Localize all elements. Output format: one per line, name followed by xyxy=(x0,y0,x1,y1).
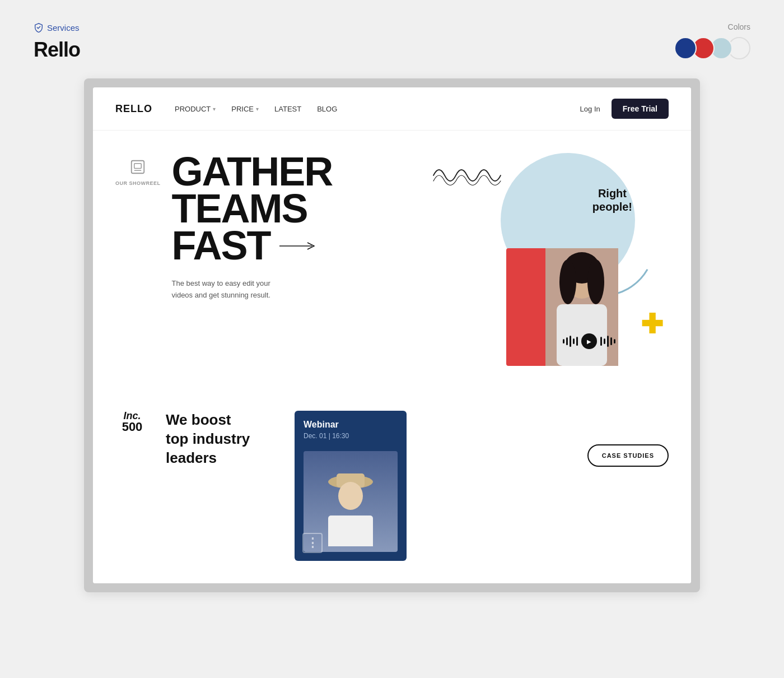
svg-point-9 xyxy=(559,259,576,304)
inc-500: 500 xyxy=(122,421,143,433)
site-logo: RELLO xyxy=(115,103,152,115)
scribble-icon xyxy=(431,159,503,192)
browser-inner: RELLO PRODUCT ▾ PRICE ▾ LATEST BLOG Log xyxy=(93,87,691,583)
hero-heading: GATHER TEAMS FAST xyxy=(172,153,420,264)
nav-link-price[interactable]: PRICE ▾ xyxy=(231,105,259,113)
right-people-text: Rightpeople! xyxy=(592,187,632,213)
wave-bar xyxy=(573,338,575,344)
colors-label: Colors xyxy=(728,22,750,31)
swatch-blue[interactable] xyxy=(674,37,697,59)
nav-actions: Log In Free Trial xyxy=(580,99,669,119)
svg-rect-1 xyxy=(134,164,142,169)
showreel-col: OUR SHOWREEL xyxy=(115,153,161,366)
showreel-text: OUR SHOWREEL xyxy=(115,180,161,187)
app-title: Rello xyxy=(34,38,80,62)
colors-panel: Colors xyxy=(674,22,750,59)
wave-bar xyxy=(576,337,578,346)
wave-bar xyxy=(607,336,609,347)
hero-right: Rightpeople! xyxy=(419,153,669,366)
svg-point-13 xyxy=(338,482,363,510)
svg-rect-0 xyxy=(132,161,144,174)
case-studies-area: CASE STUDIES xyxy=(423,411,669,472)
nav-link-latest[interactable]: LATEST xyxy=(274,105,301,113)
chevron-down-icon: ▾ xyxy=(256,106,259,112)
wave-bar xyxy=(600,337,602,346)
audio-wave: ▶ xyxy=(563,333,615,349)
showreel-icon xyxy=(129,159,146,175)
hero-left: OUR SHOWREEL GATHER TEAMS FAST xyxy=(115,153,419,366)
plus-icon: ✚ xyxy=(641,311,663,338)
site-nav: RELLO PRODUCT ▾ PRICE ▾ LATEST BLOG Log xyxy=(93,87,691,131)
wave-bar xyxy=(610,337,612,345)
color-swatches xyxy=(674,37,750,59)
browser-frame: RELLO PRODUCT ▾ PRICE ▾ LATEST BLOG Log xyxy=(84,78,700,592)
services-badge: Services xyxy=(34,22,80,32)
svg-point-10 xyxy=(587,259,604,304)
nav-link-product[interactable]: PRODUCT ▾ xyxy=(175,105,216,113)
nav-link-blog[interactable]: BLOG xyxy=(317,105,337,113)
case-studies-button[interactable]: CASE STUDIES xyxy=(587,444,669,467)
svg-rect-14 xyxy=(328,516,373,546)
bottom-section: Inc. 500 We boosttop industryleaders Web… xyxy=(93,394,691,583)
arrow-icon xyxy=(279,240,319,252)
webinar-h-icon: ⋮ xyxy=(302,533,323,553)
meta-bar: Services Rello Colors xyxy=(34,22,750,62)
shield-icon xyxy=(34,22,44,32)
chevron-down-icon: ▾ xyxy=(213,106,216,112)
services-label: Services xyxy=(47,23,80,32)
wave-bar xyxy=(570,336,571,347)
boost-text: We boosttop industryleaders xyxy=(166,411,278,467)
webinar-date: Dec. 01 | 16:30 xyxy=(304,432,398,440)
hero-subtitle: The best way to easy edit your videos an… xyxy=(172,278,284,301)
webinar-card: Webinar Dec. 01 | 16:30 ⋮ xyxy=(295,411,407,561)
free-trial-button[interactable]: Free Trial xyxy=(612,99,669,119)
nav-links: PRODUCT ▾ PRICE ▾ LATEST BLOG xyxy=(175,105,580,113)
wave-bar xyxy=(563,339,564,343)
hero-text: GATHER TEAMS FAST The bes xyxy=(172,153,420,366)
left-meta: Services Rello xyxy=(34,22,80,62)
login-link[interactable]: Log In xyxy=(580,105,600,113)
webinar-title: Webinar xyxy=(304,420,398,430)
play-button[interactable]: ▶ xyxy=(581,333,597,349)
wave-bar xyxy=(614,339,615,343)
wave-bar xyxy=(566,337,568,345)
hero-section: OUR SHOWREEL GATHER TEAMS FAST xyxy=(93,131,691,394)
wave-bar xyxy=(604,338,605,344)
inc-badge: Inc. 500 xyxy=(115,411,149,433)
